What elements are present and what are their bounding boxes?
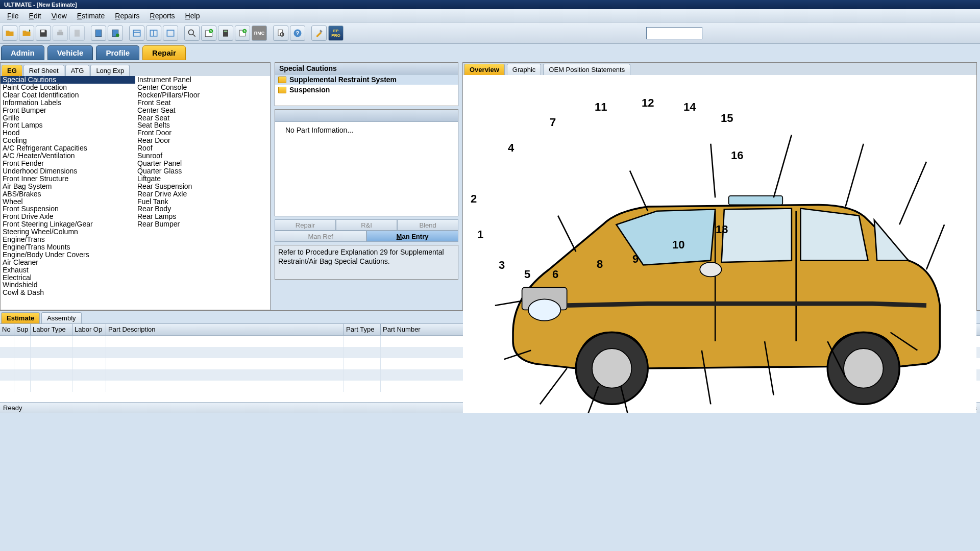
folder-item[interactable]: Suspension [275,85,458,95]
category-item[interactable]: Quarter Glass [135,167,270,175]
grid-col-header[interactable]: Sup [14,324,31,335]
category-item[interactable]: Grille [1,114,135,122]
category-item[interactable]: Front Bumper [1,107,135,114]
category-item[interactable]: Front Suspension [1,205,135,213]
open-icon[interactable] [2,26,17,41]
main-tab-profile[interactable]: Profile [96,45,139,60]
layout3-icon[interactable] [163,26,178,41]
right-tab-oem-position-statements[interactable]: OEM Position Statements [543,64,630,75]
category-item[interactable]: Rear Body [135,205,270,213]
category-item[interactable]: Liftgate [135,175,270,183]
print-preview-icon[interactable] [69,26,85,41]
category-item[interactable]: Rear Suspension [135,183,270,190]
calculator-icon[interactable] [218,26,233,41]
menu-view[interactable]: View [46,10,72,21]
ep-pro-icon[interactable]: EPPRO [328,26,344,41]
zoom-icon[interactable] [184,26,200,41]
category-item[interactable]: Seat Belts [135,121,270,129]
category-item[interactable]: Instrument Panel [135,76,270,84]
subtab-long-exp[interactable]: Long Exp [90,65,130,76]
grid-col-header[interactable]: Labor Type [31,324,72,335]
grid-col-header[interactable]: Labor Op [72,324,106,335]
category-item[interactable]: Front Inner Structure [1,175,135,183]
category-item[interactable]: Air Bag System [1,183,135,190]
category-item[interactable]: Center Console [135,84,270,91]
category-item[interactable]: Cowl & Dash [1,289,135,296]
category-item[interactable]: Quarter Panel [135,160,270,167]
main-tab-repair[interactable]: Repair [142,45,186,60]
category-item[interactable]: Sunroof [135,152,270,160]
category-item[interactable]: Air Cleaner [1,259,135,266]
category-item[interactable]: Information Labels [1,99,135,107]
category-item[interactable]: Rocker/Pillars/Floor [135,91,270,99]
layout2-icon[interactable] [146,26,161,41]
action-man-entry[interactable]: Man Entry [366,231,458,242]
toolbar-search-input[interactable] [646,27,702,39]
grid-col-header[interactable]: Part Description [106,324,344,335]
category-item[interactable]: A/C Refrigerant Capacities [1,144,135,152]
category-item[interactable]: Engine/Trans [1,236,135,243]
help-icon[interactable]: ? [290,26,305,41]
category-item[interactable]: Underhood Dimensions [1,167,135,175]
category-item[interactable]: Front Drive Axle [1,213,135,220]
category-item[interactable]: Engine/Trans Mounts [1,243,135,251]
category-item[interactable]: Steering Wheel/Column [1,228,135,236]
action-repair[interactable]: Repair [275,219,336,231]
category-item[interactable]: ABS/Brakes [1,190,135,198]
menu-help[interactable]: Help [180,10,205,21]
category-item[interactable]: Front Door [135,129,270,137]
category-item[interactable]: Front Steering Linkage/Gear [1,220,135,228]
category-item[interactable]: Rear Door [135,137,270,144]
save-icon[interactable] [36,26,51,41]
grid-col-header[interactable]: No [0,324,14,335]
tools-icon[interactable] [311,26,327,41]
rmc-icon[interactable]: RMC [252,26,267,41]
calendar-money-icon[interactable]: $ [201,26,216,41]
category-item[interactable]: Electrical [1,274,135,282]
menu-estimate[interactable]: Estimate [72,10,110,21]
open-dropdown-icon[interactable] [19,26,34,41]
category-item[interactable]: Center Seat [135,107,270,114]
menu-repairs[interactable]: Repairs [110,10,144,21]
main-tab-vehicle[interactable]: Vehicle [47,45,93,60]
category-item[interactable]: Hood [1,129,135,137]
main-tab-admin[interactable]: Admin [1,45,44,60]
category-item[interactable]: Clear Coat Identification [1,91,135,99]
form2-icon[interactable] [108,26,123,41]
category-item[interactable]: Engine/Body Under Covers [1,251,135,259]
action-ri[interactable]: R&I [336,219,397,231]
action-man-ref[interactable]: Man Ref [275,231,366,242]
bottom-tab-estimate[interactable]: Estimate [1,312,40,323]
category-item[interactable]: Special Cautions [1,76,135,84]
category-item[interactable]: Rear Drive Axle [135,190,270,198]
category-item[interactable]: Rear Bumper [135,220,270,228]
category-item[interactable]: Windshield [1,281,135,289]
menu-edit[interactable]: Edit [24,10,46,21]
category-item[interactable]: Wheel [1,198,135,206]
category-item[interactable]: Cooling [1,137,135,144]
category-item[interactable]: Front Fender [1,160,135,167]
category-item[interactable]: Roof [135,144,270,152]
menu-reports[interactable]: Reports [145,10,180,21]
category-item[interactable]: A/C /Heater/Ventilation [1,152,135,160]
category-item[interactable]: Paint Code Location [1,84,135,91]
grid-col-header[interactable]: Part Type [344,324,381,335]
subtab-atg[interactable]: ATG [65,65,90,76]
right-tab-graphic[interactable]: Graphic [507,64,542,75]
print-icon[interactable] [53,26,68,41]
layout1-icon[interactable] [129,26,144,41]
list-money-icon[interactable]: $ [235,26,250,41]
subtab-eg[interactable]: EG [2,65,22,76]
category-item[interactable]: Fuel Tank [135,198,270,206]
category-item[interactable]: Front Lamps [1,121,135,129]
action-blend[interactable]: Blend [397,219,458,231]
menu-file[interactable]: File [2,10,24,21]
category-item[interactable]: Exhaust [1,266,135,274]
search-doc-icon[interactable] [273,26,288,41]
folder-item[interactable]: Supplemental Restraint System [275,74,458,85]
category-item[interactable]: Front Seat [135,99,270,107]
category-item[interactable]: Rear Lamps [135,213,270,220]
subtab-ref-sheet[interactable]: Ref Sheet [23,65,64,76]
right-tab-overview[interactable]: Overview [464,64,505,75]
bottom-tab-assembly[interactable]: Assembly [41,312,81,323]
